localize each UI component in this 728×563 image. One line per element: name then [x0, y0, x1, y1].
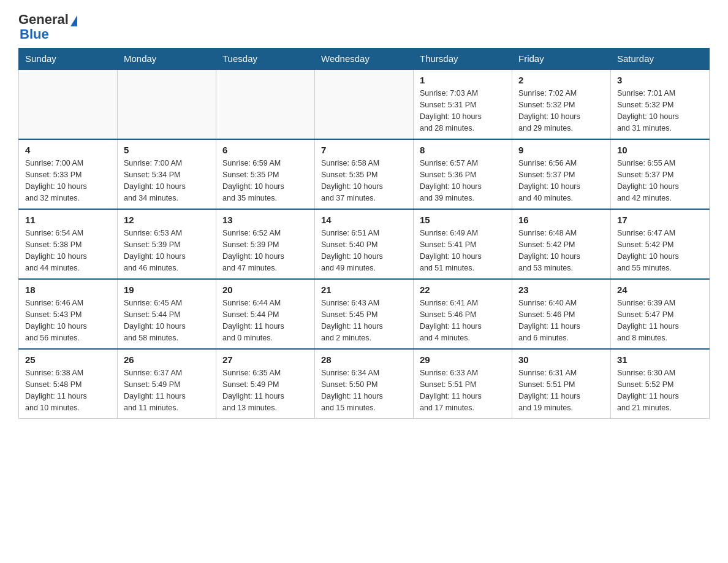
calendar-cell: 5Sunrise: 7:00 AMSunset: 5:34 PMDaylight… [118, 139, 216, 209]
day-info: Sunrise: 6:54 AMSunset: 5:38 PMDaylight:… [25, 228, 111, 274]
calendar-cell: 16Sunrise: 6:48 AMSunset: 5:42 PMDayligh… [512, 209, 611, 279]
week-row-2: 4Sunrise: 7:00 AMSunset: 5:33 PMDaylight… [19, 139, 710, 209]
day-number: 22 [420, 285, 506, 295]
calendar-cell: 18Sunrise: 6:46 AMSunset: 5:43 PMDayligh… [19, 279, 118, 349]
calendar-cell: 7Sunrise: 6:58 AMSunset: 5:35 PMDaylight… [315, 139, 414, 209]
calendar-cell: 11Sunrise: 6:54 AMSunset: 5:38 PMDayligh… [19, 209, 118, 279]
calendar-cell: 22Sunrise: 6:41 AMSunset: 5:46 PMDayligh… [414, 279, 512, 349]
day-info: Sunrise: 6:45 AMSunset: 5:44 PMDaylight:… [124, 297, 210, 343]
week-row-5: 25Sunrise: 6:38 AMSunset: 5:48 PMDayligh… [19, 349, 710, 419]
day-number: 19 [124, 285, 210, 295]
day-number: 26 [124, 354, 210, 365]
weekday-header-monday: Monday [118, 48, 216, 70]
day-info: Sunrise: 7:02 AMSunset: 5:32 PMDaylight:… [518, 88, 604, 134]
day-number: 15 [420, 215, 506, 225]
calendar-cell: 29Sunrise: 6:33 AMSunset: 5:51 PMDayligh… [414, 349, 512, 419]
day-info: Sunrise: 6:34 AMSunset: 5:50 PMDaylight:… [321, 367, 407, 413]
day-number: 10 [617, 145, 703, 155]
day-info: Sunrise: 6:48 AMSunset: 5:42 PMDaylight:… [518, 228, 604, 274]
day-number: 25 [25, 354, 111, 365]
day-info: Sunrise: 6:37 AMSunset: 5:49 PMDaylight:… [124, 367, 210, 413]
calendar-cell: 3Sunrise: 7:01 AMSunset: 5:32 PMDaylight… [611, 69, 710, 139]
day-info: Sunrise: 6:30 AMSunset: 5:52 PMDaylight:… [617, 367, 703, 413]
calendar-cell [19, 69, 118, 139]
weekday-header-saturday: Saturday [611, 48, 710, 70]
day-info: Sunrise: 6:39 AMSunset: 5:47 PMDaylight:… [617, 297, 703, 343]
calendar-cell: 2Sunrise: 7:02 AMSunset: 5:32 PMDaylight… [512, 69, 611, 139]
day-info: Sunrise: 6:47 AMSunset: 5:42 PMDaylight:… [617, 228, 703, 274]
logo-triangle-icon [70, 15, 77, 26]
day-number: 13 [222, 215, 308, 225]
calendar-cell: 1Sunrise: 7:03 AMSunset: 5:31 PMDaylight… [414, 69, 512, 139]
day-info: Sunrise: 6:58 AMSunset: 5:35 PMDaylight:… [321, 158, 407, 204]
calendar-cell: 6Sunrise: 6:59 AMSunset: 5:35 PMDaylight… [216, 139, 315, 209]
day-info: Sunrise: 6:53 AMSunset: 5:39 PMDaylight:… [124, 228, 210, 274]
day-number: 17 [617, 215, 703, 225]
day-info: Sunrise: 7:00 AMSunset: 5:34 PMDaylight:… [124, 158, 210, 204]
day-number: 11 [25, 215, 111, 225]
day-info: Sunrise: 7:03 AMSunset: 5:31 PMDaylight:… [420, 88, 506, 134]
day-info: Sunrise: 6:49 AMSunset: 5:41 PMDaylight:… [420, 228, 506, 274]
day-number: 4 [25, 145, 111, 155]
week-row-3: 11Sunrise: 6:54 AMSunset: 5:38 PMDayligh… [19, 209, 710, 279]
day-number: 12 [124, 215, 210, 225]
calendar-cell: 12Sunrise: 6:53 AMSunset: 5:39 PMDayligh… [118, 209, 216, 279]
day-info: Sunrise: 6:43 AMSunset: 5:45 PMDaylight:… [321, 297, 407, 343]
weekday-header-tuesday: Tuesday [216, 48, 315, 70]
day-info: Sunrise: 6:57 AMSunset: 5:36 PMDaylight:… [420, 158, 506, 204]
day-number: 3 [617, 75, 703, 85]
weekday-header-row: SundayMondayTuesdayWednesdayThursdayFrid… [19, 48, 710, 70]
day-number: 14 [321, 215, 407, 225]
day-number: 30 [518, 354, 604, 365]
calendar-cell: 24Sunrise: 6:39 AMSunset: 5:47 PMDayligh… [611, 279, 710, 349]
day-info: Sunrise: 6:38 AMSunset: 5:48 PMDaylight:… [25, 367, 111, 413]
day-info: Sunrise: 6:33 AMSunset: 5:51 PMDaylight:… [420, 367, 506, 413]
logo: General Blue [18, 12, 77, 42]
weekday-header-sunday: Sunday [19, 48, 118, 70]
day-number: 31 [617, 354, 703, 365]
calendar-cell [216, 69, 315, 139]
calendar-cell: 8Sunrise: 6:57 AMSunset: 5:36 PMDaylight… [414, 139, 512, 209]
day-number: 8 [420, 145, 506, 155]
calendar-cell: 21Sunrise: 6:43 AMSunset: 5:45 PMDayligh… [315, 279, 414, 349]
header: General Blue [18, 12, 710, 42]
calendar-cell: 19Sunrise: 6:45 AMSunset: 5:44 PMDayligh… [118, 279, 216, 349]
calendar-cell: 9Sunrise: 6:56 AMSunset: 5:37 PMDaylight… [512, 139, 611, 209]
day-info: Sunrise: 6:41 AMSunset: 5:46 PMDaylight:… [420, 297, 506, 343]
calendar-cell: 27Sunrise: 6:35 AMSunset: 5:49 PMDayligh… [216, 349, 315, 419]
day-info: Sunrise: 6:51 AMSunset: 5:40 PMDaylight:… [321, 228, 407, 274]
day-info: Sunrise: 6:40 AMSunset: 5:46 PMDaylight:… [518, 297, 604, 343]
day-number: 16 [518, 215, 604, 225]
logo-blue: Blue [18, 27, 77, 42]
calendar-cell: 4Sunrise: 7:00 AMSunset: 5:33 PMDaylight… [19, 139, 118, 209]
calendar-cell: 10Sunrise: 6:55 AMSunset: 5:37 PMDayligh… [611, 139, 710, 209]
day-info: Sunrise: 6:56 AMSunset: 5:37 PMDaylight:… [518, 158, 604, 204]
day-number: 20 [222, 285, 308, 295]
calendar-cell: 14Sunrise: 6:51 AMSunset: 5:40 PMDayligh… [315, 209, 414, 279]
calendar-cell: 23Sunrise: 6:40 AMSunset: 5:46 PMDayligh… [512, 279, 611, 349]
calendar-cell: 13Sunrise: 6:52 AMSunset: 5:39 PMDayligh… [216, 209, 315, 279]
day-number: 23 [518, 285, 604, 295]
calendar-cell: 25Sunrise: 6:38 AMSunset: 5:48 PMDayligh… [19, 349, 118, 419]
day-number: 28 [321, 354, 407, 365]
calendar-cell: 30Sunrise: 6:31 AMSunset: 5:51 PMDayligh… [512, 349, 611, 419]
calendar-cell: 28Sunrise: 6:34 AMSunset: 5:50 PMDayligh… [315, 349, 414, 419]
logo-general: General [18, 12, 69, 27]
calendar: SundayMondayTuesdayWednesdayThursdayFrid… [18, 48, 710, 419]
day-info: Sunrise: 6:59 AMSunset: 5:35 PMDaylight:… [222, 158, 308, 204]
day-info: Sunrise: 7:01 AMSunset: 5:32 PMDaylight:… [617, 88, 703, 134]
day-info: Sunrise: 6:35 AMSunset: 5:49 PMDaylight:… [222, 367, 308, 413]
day-info: Sunrise: 6:52 AMSunset: 5:39 PMDaylight:… [222, 228, 308, 274]
day-info: Sunrise: 6:31 AMSunset: 5:51 PMDaylight:… [518, 367, 604, 413]
weekday-header-friday: Friday [512, 48, 611, 70]
day-number: 27 [222, 354, 308, 365]
day-info: Sunrise: 6:55 AMSunset: 5:37 PMDaylight:… [617, 158, 703, 204]
day-number: 9 [518, 145, 604, 155]
day-number: 29 [420, 354, 506, 365]
day-info: Sunrise: 7:00 AMSunset: 5:33 PMDaylight:… [25, 158, 111, 204]
day-info: Sunrise: 6:46 AMSunset: 5:43 PMDaylight:… [25, 297, 111, 343]
week-row-4: 18Sunrise: 6:46 AMSunset: 5:43 PMDayligh… [19, 279, 710, 349]
calendar-cell: 20Sunrise: 6:44 AMSunset: 5:44 PMDayligh… [216, 279, 315, 349]
day-number: 21 [321, 285, 407, 295]
calendar-cell: 31Sunrise: 6:30 AMSunset: 5:52 PMDayligh… [611, 349, 710, 419]
